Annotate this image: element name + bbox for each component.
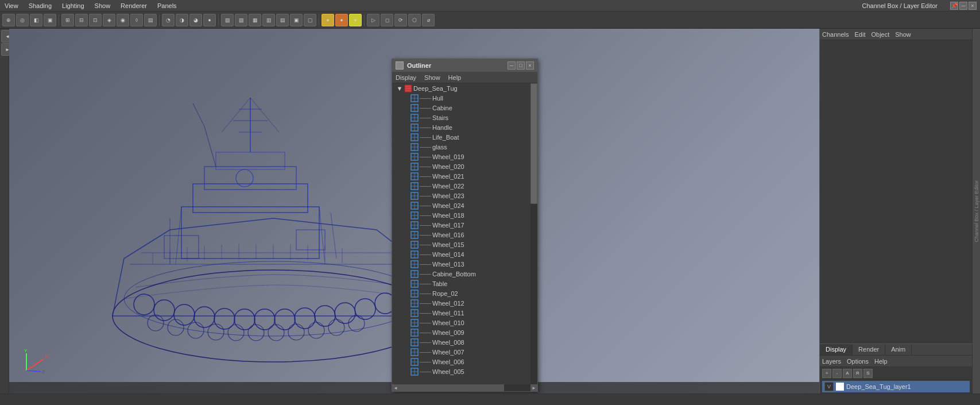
toolbar-grid[interactable]: ⊞ — [61, 14, 74, 26]
toolbar-t2[interactable]: ◑ — [176, 14, 188, 26]
tree-item-wheel023[interactable]: —— Wheel_023 — [392, 191, 530, 200]
tree-item-root[interactable]: ▼ Deep_Sea_Tug — [392, 83, 530, 93]
tree-item-wheel014[interactable]: —— Wheel_014 — [392, 249, 530, 259]
tree-item-wheel015[interactable]: —— Wheel_015 — [392, 240, 530, 249]
tree-item-glass[interactable]: —— glass — [392, 142, 530, 152]
layer-tab-display[interactable]: Display — [820, 344, 853, 355]
layer-menu-layers[interactable]: Layers — [822, 358, 841, 365]
tree-item-wheel024[interactable]: —— Wheel_024 — [392, 200, 530, 210]
toolbar-t3[interactable]: ◕ — [189, 14, 202, 26]
toolbar-solid[interactable]: ◈ — [103, 14, 115, 26]
toolbar-sculpt[interactable]: ▣ — [44, 14, 56, 26]
tree-item-wheel019[interactable]: —— Wheel_019 — [392, 152, 530, 161]
outliner-tree[interactable]: ▼ Deep_Sea_Tug —— Hull — [392, 83, 537, 384]
outliner-hscrollbar-track[interactable] — [399, 384, 530, 391]
tree-item-cabinebottom[interactable]: —— Cabine_Bottom — [392, 269, 530, 279]
tree-item-wheel017[interactable]: —— Wheel_017 — [392, 220, 530, 230]
cb-menu-show[interactable]: Show — [895, 31, 911, 38]
outliner-hscrollbar-thumb[interactable] — [399, 384, 504, 391]
toolbar-v2[interactable]: ● — [335, 14, 348, 26]
outliner-menu-show[interactable]: Show — [424, 74, 440, 81]
outliner-menu-display[interactable]: Display — [396, 74, 416, 81]
toolbar-w1[interactable]: ▷ — [367, 14, 379, 26]
toolbar-snap[interactable]: ⊟ — [75, 14, 88, 26]
tree-item-wheel007[interactable]: —— Wheel_007 — [392, 347, 530, 357]
toolbar-tex[interactable]: ◉ — [117, 14, 129, 26]
cb-menu-channels[interactable]: Channels — [822, 31, 849, 38]
tree-item-handle[interactable]: —— Handle — [392, 122, 530, 132]
tree-item-stairs[interactable]: —— Stairs — [392, 113, 530, 122]
cb-menu-object[interactable]: Object — [871, 31, 889, 38]
tree-item-lifeboat[interactable]: —— Life_Boat — [392, 132, 530, 142]
outliner-scroll-left[interactable]: ◄ — [392, 384, 399, 391]
viewport[interactable]: X Y Z Outliner ─ □ × Displa — [9, 29, 819, 394]
tree-item-wheel013[interactable]: —— Wheel_013 — [392, 259, 530, 269]
tree-collapse-arrow[interactable]: ▼ — [397, 86, 402, 91]
toolbar-w5[interactable]: ⌀ — [422, 14, 435, 26]
layer-create-btn[interactable]: + — [822, 369, 831, 378]
toolbar-u1[interactable]: ▨ — [221, 14, 234, 26]
tree-item-wheel010[interactable]: —— Wheel_010 — [392, 318, 530, 327]
tree-item-cabine[interactable]: —— Cabine — [392, 103, 530, 113]
outliner-minimize[interactable]: ─ — [508, 61, 516, 70]
toolbar-u4[interactable]: ▥ — [262, 14, 275, 26]
tree-item-table[interactable]: —— Table — [392, 279, 530, 288]
toolbar-light[interactable]: ◊ — [130, 14, 143, 26]
layer-menu-options[interactable]: Options — [847, 358, 869, 365]
toolbar-t4[interactable]: ● — [203, 14, 216, 26]
tree-item-hull[interactable]: —— Hull — [392, 93, 530, 103]
layer-tab-render[interactable]: Render — [853, 344, 885, 355]
app-close-btn[interactable]: × — [969, 2, 977, 10]
menu-show[interactable]: Show — [94, 2, 112, 9]
layer-remove-sel-btn[interactable]: R — [853, 369, 862, 378]
cb-menu-edit[interactable]: Edit — [854, 31, 865, 38]
outliner-scroll-right[interactable]: ► — [530, 384, 537, 391]
toolbar-select[interactable]: ⊕ — [2, 14, 15, 26]
toolbar-u3[interactable]: ▦ — [249, 14, 261, 26]
toolbar-wire[interactable]: ⊡ — [89, 14, 102, 26]
menu-renderer[interactable]: Renderer — [119, 2, 148, 9]
toolbar-w3[interactable]: ⟳ — [394, 14, 407, 26]
outliner-vscrollbar[interactable] — [530, 83, 537, 384]
toolbar-u6[interactable]: ▣ — [290, 14, 303, 26]
menu-lighting[interactable]: Lighting — [61, 2, 86, 9]
layer-color[interactable] — [836, 383, 844, 391]
outliner-close[interactable]: × — [526, 61, 534, 70]
tree-item-wheel008[interactable]: —— Wheel_008 — [392, 337, 530, 347]
layer-menu-help[interactable]: Help — [874, 358, 888, 365]
tree-item-wheel021[interactable]: —— Wheel_021 — [392, 171, 530, 181]
toolbar-w2[interactable]: ◻ — [381, 14, 393, 26]
toolbar-w4[interactable]: ⬡ — [408, 14, 421, 26]
toolbar-lasso[interactable]: ◎ — [16, 14, 29, 26]
menu-panels[interactable]: Panels — [156, 2, 178, 9]
tree-item-wheel006[interactable]: —— Wheel_006 — [392, 357, 530, 367]
tree-item-rope02[interactable]: —— Rope_02 — [392, 288, 530, 298]
layer-sel-all-btn[interactable]: S — [863, 369, 873, 378]
layer-tab-anim[interactable]: Anim — [885, 344, 912, 355]
tree-item-wheel022[interactable]: —— Wheel_022 — [392, 181, 530, 191]
outliner-titlebar[interactable]: Outliner ─ □ × — [392, 59, 537, 72]
tree-item-wheel016[interactable]: —— Wheel_016 — [392, 230, 530, 240]
toolbar-u2[interactable]: ▧ — [235, 14, 247, 26]
menu-shading[interactable]: Shading — [28, 2, 53, 9]
tree-item-wheel020[interactable]: —— Wheel_020 — [392, 161, 530, 171]
outliner-vscrollbar-thumb[interactable] — [530, 83, 537, 204]
toolbar-v3[interactable]: ● — [349, 14, 362, 26]
toolbar-paint[interactable]: ◧ — [30, 14, 42, 26]
tree-item-wheel009[interactable]: —— Wheel_009 — [392, 327, 530, 337]
toolbar-v1[interactable]: ● — [321, 14, 334, 26]
menu-view[interactable]: View — [3, 2, 20, 9]
toolbar-u7[interactable]: ▢ — [304, 14, 316, 26]
tree-item-wheel018[interactable]: —— Wheel_018 — [392, 210, 530, 220]
outliner-maximize[interactable]: □ — [517, 61, 525, 70]
app-pin-btn[interactable]: 📌 — [950, 2, 958, 10]
layer-row-1[interactable]: V Deep_Sea_Tug_layer1 — [822, 381, 970, 392]
tree-item-wheel005[interactable]: —— Wheel_005 — [392, 367, 530, 376]
tree-item-wheel012[interactable]: —— Wheel_012 — [392, 298, 530, 308]
toolbar-render[interactable]: ▤ — [144, 14, 157, 26]
app-min-btn[interactable]: ─ — [959, 2, 967, 10]
outliner-hscrollbar[interactable]: ◄ ► — [392, 384, 537, 391]
layer-visibility-btn[interactable]: V — [824, 382, 834, 391]
tree-item-wheel011[interactable]: —— Wheel_011 — [392, 308, 530, 318]
outliner-menu-help[interactable]: Help — [448, 74, 462, 81]
